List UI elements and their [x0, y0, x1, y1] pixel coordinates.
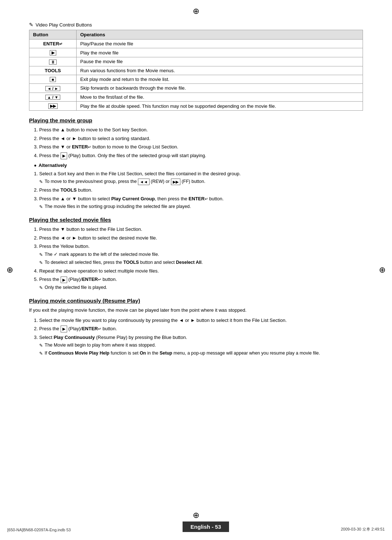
table-cell-ops: Exit play mode and return to the movie l…	[77, 75, 363, 84]
note-text: Only the selected file is played.	[45, 284, 107, 291]
table-row: ▶ Play the movie file	[29, 48, 363, 57]
note-icon: ✎	[39, 204, 43, 210]
section2-steps: Press the ▼ button to select the File Li…	[39, 226, 363, 291]
table-cell-button: ▲ / ▼	[29, 93, 77, 102]
list-item: Press the ▼ or ENTER↵ button to move to …	[39, 143, 363, 151]
list-item: Select a Sort key and then in the File L…	[39, 170, 363, 185]
section3-intro: If you exit the playing movie function, …	[29, 307, 363, 314]
footer-right: 2009-03-30 오후 2:49:51	[341, 527, 385, 532]
footer-badge: English - 53	[183, 521, 229, 532]
list-item: Press the Yellow button. ✎ The ✓ mark ap…	[39, 243, 363, 266]
note-text: The ✓ mark appears to the left of the se…	[45, 251, 159, 258]
table-cell-ops: Play the file at double speed. This func…	[77, 102, 363, 111]
note-text: If Continuous Movie Play Help function i…	[45, 350, 320, 357]
top-registration-icon: ⊕	[193, 7, 199, 16]
list-item: Press the ◄ or ► button to select the de…	[39, 234, 363, 242]
table-section-label: ✎ Video Play Control Buttons	[29, 22, 363, 28]
note-icon: ✎	[39, 285, 43, 291]
table-cell-button: ◄ / ►	[29, 84, 77, 93]
table-cell-button: ⏸	[29, 57, 77, 66]
footer: [650-NA]BN68-02097A-Eng.indb 53 English …	[0, 521, 392, 532]
page: ⊕ ⊕ ⊕ ✎ Video Play Control Buttons Butto…	[0, 0, 392, 540]
table-row: ▲ / ▼ Move to the first/last of the file…	[29, 93, 363, 102]
list-item: Select the movie file you want to play c…	[39, 317, 363, 324]
bullet-icon: •	[34, 162, 36, 169]
note-text: The Movie will begin to play from where …	[45, 342, 156, 349]
list-item: Press the ◄ or ► button to select a sort…	[39, 135, 363, 142]
table-row: ■ Exit play mode and return to the movie…	[29, 75, 363, 84]
section1-heading: Playing the movie group	[29, 117, 363, 123]
note-icon: ✎	[39, 251, 43, 258]
table-header-button: Button	[29, 30, 77, 40]
list-item: Select Play Continuously (Resume Play) b…	[39, 334, 363, 357]
list-item: Press the ▼ button to select the File Li…	[39, 226, 363, 233]
note-icon: ✎	[39, 179, 43, 185]
table-cell-button: ▶	[29, 48, 77, 57]
bottom-registration-icon: ⊕	[193, 511, 199, 520]
table-cell-button: ■	[29, 75, 77, 84]
table-cell-ops: Play the movie file	[77, 48, 363, 57]
section1-alt-steps: Select a Sort key and then in the File L…	[39, 170, 363, 210]
table-cell-button: ▶▶	[29, 102, 77, 111]
table-row: ▶▶ Play the file at double speed. This f…	[29, 102, 363, 111]
section3-steps: Select the movie file you want to play c…	[39, 317, 363, 357]
note-text: To move to the previous/next group, pres…	[45, 178, 205, 185]
note-text: To deselect all selected files, press th…	[45, 259, 203, 266]
note-icon: ✎	[39, 259, 43, 266]
list-item: Press the TOOLS button.	[39, 187, 363, 194]
right-registration-icon: ⊕	[379, 265, 385, 275]
list-item: Press the ▲ button to move to the Sort k…	[39, 126, 363, 134]
section2-heading: Playing the selected movie files	[29, 217, 363, 223]
footer-center: English - 53	[183, 521, 229, 532]
table-header-operations: Operations	[77, 30, 363, 40]
table-row: ◄ / ► Skip forwards or backwards through…	[29, 84, 363, 93]
table-row: ⏸ Pause the movie file	[29, 57, 363, 66]
list-item: Press the ▶ (Play) button. Only the file…	[39, 152, 363, 159]
note-text: The movie files in the sorting group inc…	[45, 203, 191, 210]
footer-left: [650-NA]BN68-02097A-Eng.indb 53	[7, 528, 71, 532]
list-item: Repeat the above operation to select mul…	[39, 267, 363, 275]
table-row: TOOLS Run various functions from the Mov…	[29, 66, 363, 75]
table-cell-ops: Move to the first/last of the file.	[77, 93, 363, 102]
note-icon: ✎	[39, 350, 43, 357]
table-cell-ops: Play/Pause the movie file	[77, 40, 363, 48]
table-cell-button: ENTER↵	[29, 40, 77, 48]
table-cell-ops: Skip forwards or backwards through the m…	[77, 84, 363, 93]
table-cell-ops: Pause the movie file	[77, 57, 363, 66]
table-cell-button: TOOLS	[29, 66, 77, 75]
table-cell-ops: Run various functions from the Movie men…	[77, 66, 363, 75]
table-row: ENTER↵ Play/Pause the movie file	[29, 40, 363, 48]
alternatively-header: • Alternatively	[34, 162, 363, 169]
list-item: Press the ▶ (Play)/ENTER↵ button. ✎ Only…	[39, 276, 363, 291]
video-controls-table: Button Operations ENTER↵ Play/Pause the …	[29, 30, 363, 111]
list-item: Press the ▶ (Play)/ENTER↵ button.	[39, 325, 363, 332]
section1-steps: Press the ▲ button to move to the Sort k…	[39, 126, 363, 159]
note-icon: ✎	[39, 342, 43, 349]
section3-heading: Playing movie continuously (Resume Play)	[29, 298, 363, 304]
note-circle-icon: ✎	[29, 22, 33, 28]
left-registration-icon: ⊕	[7, 265, 13, 275]
list-item: Press the ▲ or ▼ button to select Play C…	[39, 195, 363, 210]
